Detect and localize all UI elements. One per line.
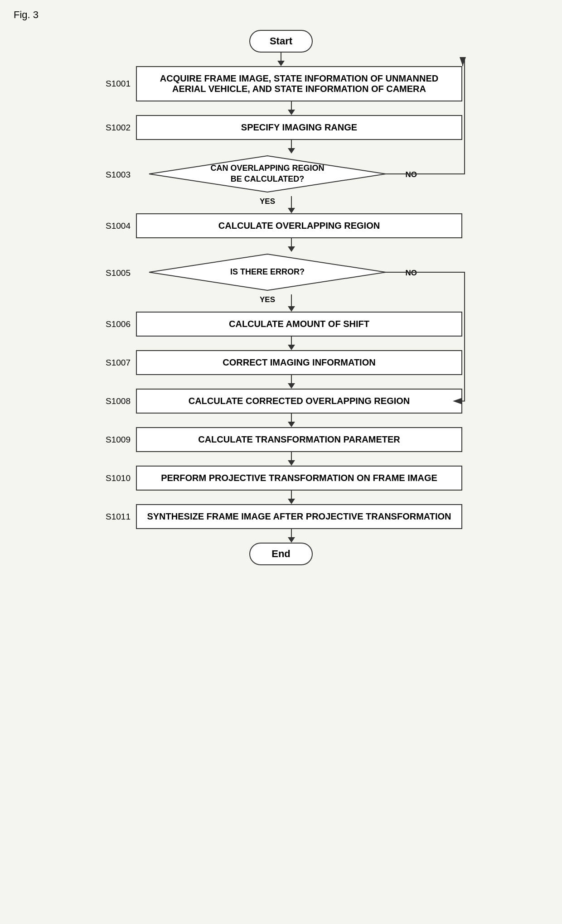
step-label-s1007: S1007 xyxy=(95,358,136,368)
end-terminal: End xyxy=(249,543,313,565)
step-label-s1011: S1011 xyxy=(95,512,136,522)
no-label-s1003: NO xyxy=(406,170,417,179)
step-label-s1009: S1009 xyxy=(95,435,136,445)
process-s1001: ACQUIRE FRAME IMAGE, STATE INFORMATION O… xyxy=(136,66,462,101)
process-s1004: CALCULATE OVERLAPPING REGION xyxy=(136,213,462,238)
start-terminal: Start xyxy=(249,30,313,53)
step-label-s1010: S1010 xyxy=(95,473,136,483)
process-s1002: SPECIFY IMAGING RANGE xyxy=(136,115,462,140)
diamond-s1003: CAN OVERLAPPING REGION BE CALCULATED? xyxy=(136,154,399,194)
svg-text:IS THERE ERROR?: IS THERE ERROR? xyxy=(230,267,305,276)
yes-label-s1005: YES xyxy=(260,295,275,304)
no-label-s1005: NO xyxy=(406,269,417,278)
fig-label: Fig. 3 xyxy=(14,9,553,21)
step-label-s1008: S1008 xyxy=(95,396,136,406)
process-s1006: CALCULATE AMOUNT OF SHIFT xyxy=(136,312,462,337)
step-label-s1003: S1003 xyxy=(95,170,136,180)
svg-marker-0 xyxy=(149,156,386,192)
process-s1010: PERFORM PROJECTIVE TRANSFORMATION ON FRA… xyxy=(136,466,462,491)
step-label-s1001: S1001 xyxy=(95,79,136,89)
yes-label-s1003: YES xyxy=(260,197,275,206)
flowchart-container: Start S1001 ACQUIRE FRAME IMAGE, STATE I… xyxy=(95,25,467,565)
process-s1007: CORRECT IMAGING INFORMATION xyxy=(136,350,462,375)
step-label-s1005: S1005 xyxy=(95,268,136,278)
diamond-s1005: IS THERE ERROR? xyxy=(136,252,399,293)
process-s1009: CALCULATE TRANSFORMATION PARAMETER xyxy=(136,427,462,452)
step-label-s1002: S1002 xyxy=(95,123,136,133)
step-label-s1004: S1004 xyxy=(95,221,136,231)
step-label-s1006: S1006 xyxy=(95,319,136,329)
svg-text:BE CALCULATED?: BE CALCULATED? xyxy=(231,174,305,183)
svg-text:CAN OVERLAPPING REGION: CAN OVERLAPPING REGION xyxy=(210,164,324,173)
process-s1011: SYNTHESIZE FRAME IMAGE AFTER PROJECTIVE … xyxy=(136,504,462,529)
process-s1008: CALCULATE CORRECTED OVERLAPPING REGION xyxy=(136,389,462,414)
